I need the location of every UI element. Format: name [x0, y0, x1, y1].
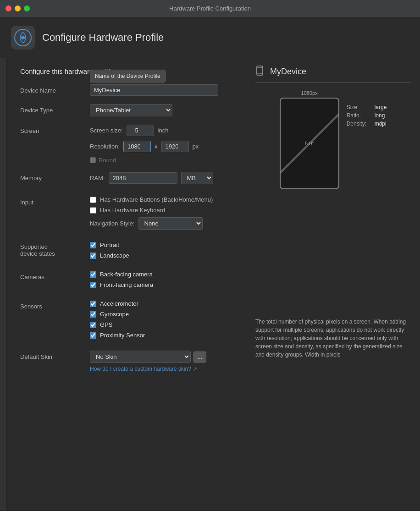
accelerometer-label: Accelerometer	[100, 300, 138, 307]
ram-input[interactable]	[109, 172, 177, 184]
left-sidebar	[0, 58, 6, 511]
gyroscope-checkbox[interactable]	[90, 311, 96, 318]
gyroscope-row: Gyroscope	[90, 311, 232, 318]
memory-row: Memory RAM: MB GB	[20, 172, 232, 188]
proximity-sensor-checkbox[interactable]	[90, 332, 96, 339]
device-width-label: 1080px	[280, 90, 339, 96]
device-name-label: Device Name	[20, 84, 84, 94]
round-row: Round	[90, 157, 232, 164]
ratio-spec-row: Ratio: long	[347, 112, 387, 119]
close-button[interactable]	[6, 5, 11, 11]
supported-states-label: Supported device states	[20, 242, 84, 257]
gps-row: GPS	[90, 321, 232, 328]
screen-row: Screen Screen size: inch Resolution: x p…	[20, 125, 232, 164]
density-spec-row: Density: mdpi	[347, 121, 387, 127]
skin-select[interactable]: No Skin	[90, 351, 191, 363]
landscape-label: Landscape	[100, 252, 129, 259]
resolution-label: Resolution:	[90, 143, 120, 150]
traffic-lights	[6, 5, 30, 11]
proximity-sensor-row: Proximity Sensor	[90, 332, 232, 339]
memory-label: Memory	[20, 172, 84, 181]
hardware-buttons-row: Has Hardware Buttons (Back/Home/Menu)	[90, 196, 232, 203]
device-type-select[interactable]: Phone/Tablet Tablet Phone TV Wear OS Aut…	[90, 104, 172, 116]
sensors-controls: Accelerometer Gyroscope GPS Proximity Se…	[90, 300, 232, 342]
resolution-x: x	[155, 143, 158, 150]
landscape-checkbox[interactable]	[90, 253, 96, 259]
form-area: Configure this hardware profile Device N…	[6, 58, 246, 511]
skin-link[interactable]: How do I create a custom hardware skin? …	[90, 366, 197, 372]
hardware-keyboard-label: Has Hardware Keyboard	[100, 207, 165, 214]
hardware-buttons-checkbox[interactable]	[90, 197, 96, 203]
description-box: The total number of physical pixels on a…	[255, 318, 411, 359]
device-frame: 5.0" 1920px	[280, 98, 339, 189]
gps-label: GPS	[100, 321, 112, 328]
cameras-controls: Back-facing camera Front-facing camera	[90, 271, 232, 292]
device-type-controls: Phone/Tablet Tablet Phone TV Wear OS Aut…	[90, 104, 232, 116]
screen-size-input[interactable]	[127, 125, 154, 136]
resolution-height-input[interactable]	[161, 141, 189, 152]
portrait-label: Portrait	[100, 242, 119, 248]
back-camera-checkbox[interactable]	[90, 271, 96, 278]
front-camera-checkbox[interactable]	[90, 282, 96, 288]
svg-point-1	[21, 36, 25, 39]
ratio-spec-label: Ratio:	[347, 112, 372, 119]
ram-row: RAM: MB GB	[90, 172, 232, 184]
front-camera-row: Front-facing camera	[90, 281, 232, 288]
accelerometer-row: Accelerometer	[90, 300, 232, 307]
accelerometer-checkbox[interactable]	[90, 301, 96, 307]
section-title: Configure this hardware profile	[20, 67, 232, 75]
preview-device-icon	[255, 66, 265, 78]
resolution-row: Resolution: x px	[90, 141, 232, 152]
skin-row: No Skin ...	[90, 351, 232, 363]
density-spec-label: Density:	[347, 121, 372, 127]
supported-states-row: Supported device states Portrait Landsca…	[20, 242, 232, 263]
sensors-label: Sensors	[20, 300, 84, 310]
default-skin-controls: No Skin ... How do I create a custom har…	[90, 351, 232, 373]
device-name-input[interactable]	[90, 84, 218, 96]
ram-label: RAM:	[90, 175, 105, 181]
device-specs: Size: large Ratio: long Density: mdpi	[347, 104, 387, 127]
device-diagonal-label: 5.0"	[305, 141, 314, 146]
cameras-row: Cameras Back-facing camera Front-facing …	[20, 271, 232, 292]
sensors-row: Sensors Accelerometer Gyroscope GPS Prox…	[20, 300, 232, 342]
window-title: Hardware Profile Configuration	[169, 5, 251, 12]
device-type-label: Device Type	[20, 104, 84, 114]
header-icon	[11, 26, 35, 49]
maximize-button[interactable]	[24, 5, 30, 11]
preview-area: MyDevice 1080px 5.0" 1920px Size: large …	[246, 58, 420, 511]
device-name-controls: Name of the Device Profile	[90, 84, 232, 96]
memory-controls: RAM: MB GB	[90, 172, 232, 188]
gps-checkbox[interactable]	[90, 322, 96, 328]
front-camera-label: Front-facing camera	[100, 281, 153, 288]
screen-size-unit: inch	[158, 127, 169, 134]
hardware-keyboard-checkbox[interactable]	[90, 207, 96, 214]
nav-style-row: Navigation Style: None D-pad Trackball W…	[90, 217, 232, 230]
round-label: Round	[99, 157, 116, 164]
title-bar: Hardware Profile Configuration	[0, 0, 420, 17]
preview-header: MyDevice	[255, 66, 411, 83]
portrait-checkbox[interactable]	[90, 242, 96, 248]
skin-more-button[interactable]: ...	[193, 352, 206, 363]
input-row: Input Has Hardware Buttons (Back/Home/Me…	[20, 196, 232, 233]
resolution-width-input[interactable]	[123, 141, 151, 152]
round-checkbox[interactable]	[90, 157, 96, 163]
size-spec-row: Size: large	[347, 104, 387, 110]
gyroscope-label: Gyroscope	[100, 311, 129, 318]
minimize-button[interactable]	[15, 5, 21, 11]
screen-size-label: Screen size:	[90, 127, 123, 134]
device-type-row: Device Type Phone/Tablet Tablet Phone TV…	[20, 104, 232, 116]
dialog-title: Configure Hardware Profile	[42, 32, 164, 44]
hardware-buttons-label: Has Hardware Buttons (Back/Home/Menu)	[100, 196, 213, 203]
landscape-row: Landscape	[90, 252, 232, 259]
size-spec-label: Size:	[347, 104, 372, 110]
screen-controls: Screen size: inch Resolution: x px Round	[90, 125, 232, 164]
portrait-row: Portrait	[90, 242, 232, 248]
supported-states-controls: Portrait Landscape	[90, 242, 232, 263]
density-spec-value: mdpi	[375, 121, 387, 127]
back-camera-label: Back-facing camera	[100, 271, 153, 278]
nav-style-select[interactable]: None D-pad Trackball Wheel	[138, 217, 203, 230]
main-content: Configure this hardware profile Device N…	[0, 58, 420, 511]
device-name-row: Device Name Name of the Device Profile	[20, 84, 232, 96]
size-spec-value: large	[375, 104, 387, 110]
ram-unit-select[interactable]: MB GB	[181, 172, 213, 184]
